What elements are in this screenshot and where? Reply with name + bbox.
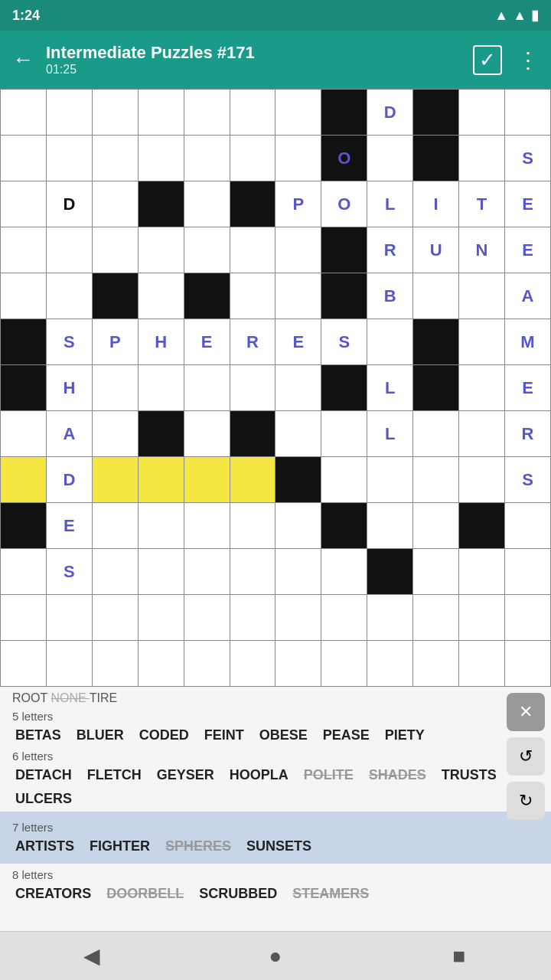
grid-cell[interactable]: S	[504, 136, 550, 181]
grid-cell[interactable]: S	[46, 549, 92, 595]
grid-cell-yellow[interactable]	[1, 457, 47, 503]
grid-cell[interactable]: P	[276, 181, 321, 227]
nav-back-button[interactable]: ◀	[69, 941, 115, 972]
grid-cell[interactable]	[413, 595, 459, 641]
grid-cell[interactable]	[276, 90, 321, 136]
grid-cell[interactable]	[92, 365, 138, 411]
word-item[interactable]: PEASE	[320, 726, 373, 745]
grid-cell[interactable]	[138, 136, 184, 181]
nav-home-button[interactable]: ●	[253, 941, 298, 972]
grid-cell[interactable]	[321, 549, 367, 595]
word-item[interactable]: OBESE	[256, 726, 311, 745]
word-item[interactable]: ULCERS	[12, 789, 75, 808]
grid-cell[interactable]	[413, 549, 459, 595]
grid-cell[interactable]: A	[504, 273, 550, 319]
grid-cell[interactable]: L	[367, 181, 413, 227]
grid-cell[interactable]	[138, 503, 184, 549]
word-item[interactable]: GEYSER	[154, 766, 217, 785]
grid-cell[interactable]	[92, 181, 138, 227]
grid-cell[interactable]	[184, 503, 230, 549]
grid-cell[interactable]	[413, 457, 459, 503]
grid-cell[interactable]	[367, 503, 413, 549]
grid-cell[interactable]: H	[46, 365, 92, 411]
grid-cell[interactable]	[1, 595, 47, 641]
grid-cell[interactable]	[138, 549, 184, 595]
grid-cell[interactable]	[276, 365, 321, 411]
grid-cell[interactable]: E	[504, 365, 550, 411]
grid-cell[interactable]	[184, 181, 230, 227]
word-item[interactable]: POLITE	[301, 766, 357, 785]
check-button[interactable]: ✓	[473, 45, 502, 75]
grid-cell[interactable]: D	[367, 90, 413, 136]
grid-cell[interactable]	[459, 595, 505, 641]
word-item[interactable]: SCRUBBED	[196, 884, 280, 903]
delete-button[interactable]: ✕	[507, 693, 545, 731]
root-word[interactable]: NONE	[51, 691, 89, 704]
grid-cell[interactable]	[230, 641, 276, 687]
word-item[interactable]: FLETCH	[84, 766, 145, 785]
grid-cell[interactable]	[230, 595, 276, 641]
grid-cell[interactable]	[92, 503, 138, 549]
word-item[interactable]: HOOPLA	[227, 766, 292, 785]
grid-cell[interactable]	[230, 365, 276, 411]
grid-cell[interactable]	[184, 595, 230, 641]
grid-cell[interactable]	[1, 641, 47, 687]
grid-cell[interactable]	[413, 411, 459, 457]
grid-cell[interactable]	[138, 273, 184, 319]
grid-cell[interactable]	[184, 90, 230, 136]
grid-cell[interactable]	[276, 273, 321, 319]
grid-cell[interactable]	[459, 273, 505, 319]
grid-cell[interactable]	[367, 136, 413, 181]
grid-cell-yellow[interactable]	[92, 457, 138, 503]
grid-cell[interactable]: L	[367, 365, 413, 411]
grid-cell[interactable]	[92, 595, 138, 641]
redo-button[interactable]: ↻	[507, 782, 545, 820]
back-button[interactable]: ←	[12, 47, 34, 72]
grid-cell[interactable]	[413, 641, 459, 687]
root-word[interactable]: TIRE	[90, 691, 117, 704]
grid-cell[interactable]	[184, 641, 230, 687]
grid-cell[interactable]: R	[367, 227, 413, 273]
grid-cell[interactable]	[1, 411, 47, 457]
grid-cell[interactable]	[367, 319, 413, 365]
grid-cell[interactable]	[230, 90, 276, 136]
word-item[interactable]: PIETY	[382, 726, 428, 745]
more-button[interactable]: ⋮	[517, 47, 539, 73]
grid-cell[interactable]: B	[367, 273, 413, 319]
grid-cell[interactable]	[92, 227, 138, 273]
grid-cell[interactable]	[321, 595, 367, 641]
grid-cell[interactable]: D	[46, 181, 92, 227]
word-item[interactable]: CREATORS	[12, 884, 94, 903]
grid-cell[interactable]	[321, 641, 367, 687]
grid-cell[interactable]	[230, 549, 276, 595]
grid-cell[interactable]	[184, 136, 230, 181]
grid-cell[interactable]	[92, 90, 138, 136]
grid-cell[interactable]	[321, 457, 367, 503]
grid-cell[interactable]	[276, 503, 321, 549]
grid-cell[interactable]	[276, 641, 321, 687]
grid-cell[interactable]: M	[504, 319, 550, 365]
grid-cell[interactable]	[504, 503, 550, 549]
grid-cell[interactable]	[1, 90, 47, 136]
crossword-grid[interactable]: DOSDPOLITERUNEBASPHERESMHLEALRDSES	[0, 89, 551, 687]
grid-cell[interactable]: H	[138, 319, 184, 365]
grid-cell[interactable]	[367, 457, 413, 503]
grid-cell[interactable]: D	[46, 457, 92, 503]
grid-cell[interactable]	[1, 181, 47, 227]
grid-cell[interactable]	[276, 549, 321, 595]
grid-cell[interactable]	[504, 549, 550, 595]
grid-cell[interactable]: U	[413, 227, 459, 273]
grid-cell[interactable]	[46, 90, 92, 136]
grid-cell[interactable]	[504, 641, 550, 687]
grid-cell[interactable]: S	[321, 319, 367, 365]
word-item[interactable]: BLUER	[73, 726, 127, 745]
grid-cell[interactable]	[92, 549, 138, 595]
grid-cell[interactable]	[276, 595, 321, 641]
grid-cell[interactable]: I	[413, 181, 459, 227]
undo-button[interactable]: ↺	[507, 737, 545, 776]
grid-cell[interactable]	[184, 227, 230, 273]
grid-cell[interactable]	[276, 411, 321, 457]
grid-cell[interactable]	[321, 411, 367, 457]
grid-cell[interactable]	[1, 273, 47, 319]
grid-cell[interactable]: S	[46, 319, 92, 365]
